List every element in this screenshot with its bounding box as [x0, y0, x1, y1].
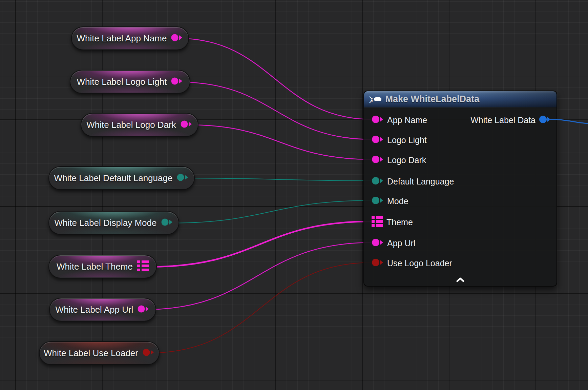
wire-white-label-data[interactable]	[549, 119, 588, 123]
blueprint-graph-canvas[interactable]: White Label App Name White Label Logo Li…	[0, 0, 588, 390]
output-wire-layer	[0, 0, 588, 390]
